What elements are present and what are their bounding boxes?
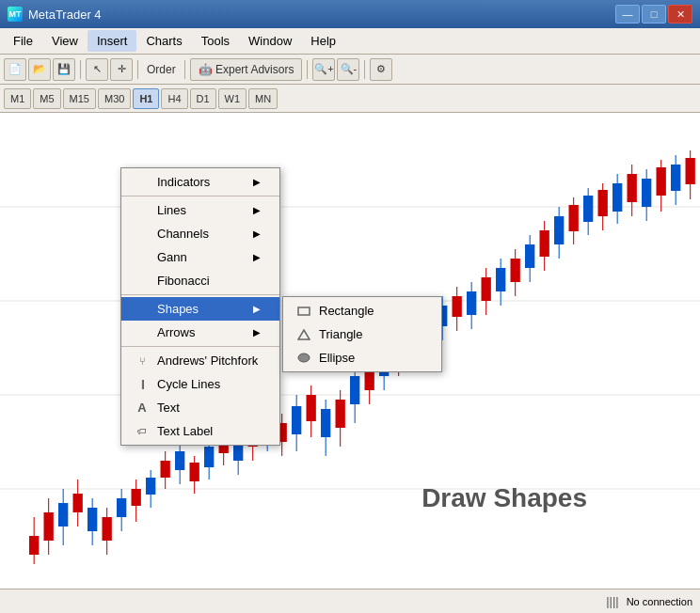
chart-properties-button[interactable]: ⚙ xyxy=(370,58,392,81)
chart-area: Draw Shapes Indicators ▶ Lines ▶ Channel… xyxy=(0,113,700,589)
tf-d1[interactable]: D1 xyxy=(190,88,216,109)
open-button[interactable]: 📂 xyxy=(28,58,51,81)
svg-rect-86 xyxy=(612,183,622,212)
svg-rect-88 xyxy=(628,174,637,202)
tf-m15[interactable]: M15 xyxy=(63,88,96,109)
title-bar: MT MetaTrader 4 — □ ✕ xyxy=(0,0,700,28)
svg-rect-82 xyxy=(583,196,593,222)
svg-rect-66 xyxy=(467,291,476,315)
svg-rect-46 xyxy=(321,409,330,437)
dd-text-label[interactable]: 🏷 Text Label xyxy=(121,419,279,443)
crosshair-tool[interactable]: ✛ xyxy=(110,58,133,81)
menu-charts[interactable]: Charts xyxy=(136,30,191,52)
svg-rect-16 xyxy=(103,517,112,541)
svg-rect-74 xyxy=(525,244,534,268)
tf-m1[interactable]: M1 xyxy=(4,88,31,109)
chart-label: Draw Shapes xyxy=(422,483,587,513)
tf-h4[interactable]: H4 xyxy=(161,88,187,109)
svg-rect-70 xyxy=(496,268,505,291)
svg-rect-96 xyxy=(686,158,695,184)
svg-rect-20 xyxy=(132,489,141,506)
expert-advisors-button[interactable]: 🤖 Expert Advisors xyxy=(190,58,303,81)
shapes-submenu: Rectangle Triangle Ellipse xyxy=(282,296,442,372)
svg-rect-90 xyxy=(642,179,651,207)
svg-rect-80 xyxy=(569,205,579,231)
svg-rect-12 xyxy=(73,494,83,512)
svg-rect-94 xyxy=(671,165,680,191)
dd-gann[interactable]: Gann ▶ xyxy=(121,245,279,269)
dd-text[interactable]: A Text xyxy=(121,396,279,419)
dd-cycle-lines[interactable]: ||| Cycle Lines xyxy=(121,372,279,396)
svg-rect-18 xyxy=(117,498,126,517)
tf-m5[interactable]: M5 xyxy=(33,88,60,109)
svg-rect-26 xyxy=(175,451,184,470)
svg-rect-50 xyxy=(350,376,359,404)
menu-file[interactable]: File xyxy=(4,30,42,52)
svg-rect-24 xyxy=(161,461,170,478)
toolbar-main: 📄 📂 💾 ↖ ✛ Order 🤖 Expert Advisors 🔍+ 🔍- … xyxy=(0,55,700,85)
shape-triangle[interactable]: Triangle xyxy=(283,322,441,346)
shape-rectangle[interactable]: Rectangle xyxy=(283,299,441,322)
dd-arrows[interactable]: Arrows ▶ xyxy=(121,321,279,344)
menu-insert[interactable]: Insert xyxy=(88,30,137,52)
tf-mn[interactable]: MN xyxy=(248,88,278,109)
svg-rect-42 xyxy=(292,406,301,434)
separator-dd-2 xyxy=(121,294,279,295)
svg-rect-72 xyxy=(511,259,520,282)
close-button[interactable]: ✕ xyxy=(668,5,692,24)
maximize-button[interactable]: □ xyxy=(642,5,666,24)
menu-tools[interactable]: Tools xyxy=(192,30,239,52)
menu-window[interactable]: Window xyxy=(239,30,301,52)
separator-2 xyxy=(137,60,138,79)
menu-view[interactable]: View xyxy=(42,30,88,52)
new-button[interactable]: 📄 xyxy=(4,58,26,81)
tf-m30[interactable]: M30 xyxy=(98,88,131,109)
menu-bar: File View Insert Charts Tools Window Hel… xyxy=(0,28,700,55)
dd-indicators[interactable]: Indicators ▶ xyxy=(121,170,279,194)
zoom-in-button[interactable]: 🔍+ xyxy=(312,58,335,81)
svg-rect-76 xyxy=(540,230,549,257)
menu-help[interactable]: Help xyxy=(301,30,345,52)
dd-shapes[interactable]: Shapes ▶ xyxy=(121,297,279,321)
separator-dd-1 xyxy=(121,196,279,196)
minimize-button[interactable]: — xyxy=(615,5,640,24)
separator-1 xyxy=(80,60,81,79)
svg-rect-8 xyxy=(44,512,54,541)
svg-rect-30 xyxy=(204,447,214,467)
triangle-icon xyxy=(297,329,310,340)
svg-rect-28 xyxy=(190,463,199,481)
dd-lines[interactable]: Lines ▶ xyxy=(121,198,279,222)
status-bar: |||| No connection xyxy=(0,589,700,613)
insert-dropdown: Indicators ▶ Lines ▶ Channels ▶ Gann ▶ xyxy=(120,167,280,446)
zoom-out-button[interactable]: 🔍- xyxy=(337,58,359,81)
separator-4 xyxy=(307,60,308,79)
title-bar-title: MetaTrader 4 xyxy=(28,8,102,22)
no-connection-label: No connection xyxy=(627,596,692,607)
svg-rect-64 xyxy=(453,296,462,317)
status-right: |||| No connection xyxy=(606,594,692,608)
svg-rect-22 xyxy=(146,478,155,495)
svg-rect-44 xyxy=(307,395,316,421)
svg-rect-84 xyxy=(598,190,608,216)
shape-ellipse[interactable]: Ellipse xyxy=(283,346,441,369)
bar-icon: |||| xyxy=(606,594,619,608)
svg-point-99 xyxy=(298,354,310,362)
tf-w1[interactable]: W1 xyxy=(218,88,247,109)
tf-h1[interactable]: H1 xyxy=(133,88,159,109)
dd-andrews-pitchfork[interactable]: ⑂ Andrews' Pitchfork xyxy=(121,349,279,372)
svg-rect-14 xyxy=(88,508,97,531)
order-label: Order xyxy=(143,63,180,76)
svg-rect-48 xyxy=(336,400,345,428)
svg-rect-78 xyxy=(554,216,564,244)
svg-rect-10 xyxy=(58,503,68,527)
svg-marker-98 xyxy=(298,330,310,339)
svg-rect-6 xyxy=(29,536,39,555)
separator-5 xyxy=(364,60,365,79)
dd-fibonacci[interactable]: Fibonacci xyxy=(121,269,279,292)
dd-channels[interactable]: Channels ▶ xyxy=(121,222,279,245)
toolbar-timeframes: M1 M5 M15 M30 H1 H4 D1 W1 MN xyxy=(0,85,700,113)
save-button[interactable]: 💾 xyxy=(53,58,75,81)
arrow-tool[interactable]: ↖ xyxy=(86,58,108,81)
app-icon: MT xyxy=(8,7,23,22)
title-bar-buttons: — □ ✕ xyxy=(615,5,692,24)
